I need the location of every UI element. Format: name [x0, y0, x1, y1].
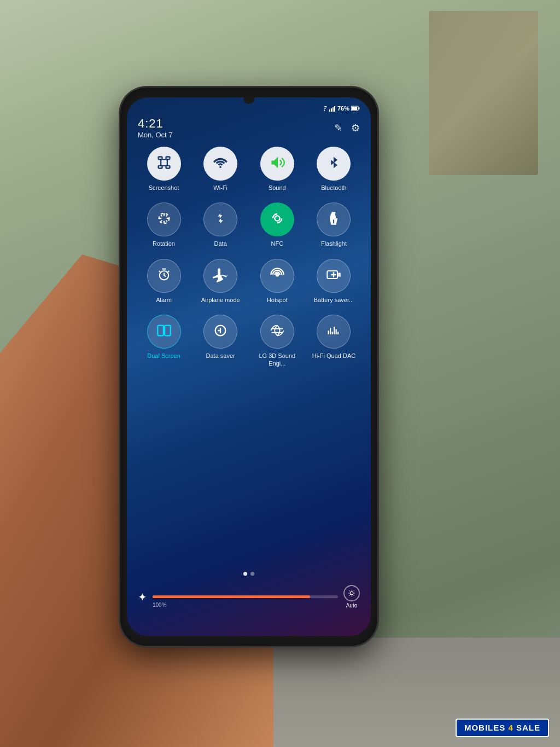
- battery-saver-icon: [326, 267, 341, 285]
- qs-rotation[interactable]: Rotation: [138, 202, 190, 247]
- screenshot-icon-wrap: [147, 147, 181, 181]
- wifi-icon: [213, 155, 228, 172]
- qs-nfc[interactable]: NFC: [251, 202, 303, 247]
- airplane-icon: [213, 267, 228, 285]
- page-dot-2: [250, 572, 254, 576]
- svg-rect-2: [331, 108, 332, 112]
- alarm-icon: [156, 267, 172, 285]
- sound-icon: [270, 155, 285, 172]
- lg3d-icon: [270, 323, 285, 340]
- hotspot-icon-wrap: [260, 259, 294, 293]
- qs-flashlight[interactable]: Flashlight: [308, 202, 360, 247]
- flashlight-icon-wrap: [317, 202, 351, 236]
- bluetooth-icon: [326, 155, 341, 172]
- phone-screen: 76% 4:21 Mon, Oct 7 ✎ ⚙: [127, 97, 371, 636]
- lg3d-label: LG 3D Sound Engi...: [251, 352, 303, 368]
- svg-rect-4: [334, 106, 335, 112]
- svg-rect-1: [329, 109, 330, 112]
- alarm-label: Alarm: [156, 296, 172, 304]
- background-boxes: [429, 11, 538, 175]
- hifi-icon-wrap: [317, 315, 351, 349]
- hotspot-label: Hotspot: [267, 296, 288, 304]
- flashlight-icon: [326, 211, 341, 228]
- svg-point-20: [275, 216, 279, 221]
- svg-rect-12: [161, 159, 167, 166]
- rotation-icon-wrap: [147, 202, 181, 236]
- qs-row-3: Alarm Airplane mode: [138, 259, 360, 304]
- edit-icon[interactable]: ✎: [334, 122, 342, 134]
- qs-hotspot[interactable]: Hotspot: [251, 259, 303, 304]
- nfc-icon-wrap: [260, 202, 294, 236]
- quick-settings-panel: Screenshot Wi-Fi: [138, 147, 360, 378]
- rotation-label: Rotation: [153, 240, 175, 247]
- watermark: MOBILES 4 SALE: [456, 719, 549, 737]
- svg-rect-25: [165, 326, 171, 336]
- svg-point-13: [219, 166, 221, 168]
- watermark-four: 4: [508, 723, 513, 732]
- signal-bars-icon: [329, 105, 336, 112]
- wifi-icon-wrap: [203, 147, 237, 181]
- qs-hifi[interactable]: Hi-Fi Quad DAC: [308, 315, 360, 368]
- battery-percent: 76%: [337, 105, 349, 112]
- data-saver-icon-wrap: [203, 315, 237, 349]
- dual-screen-icon-wrap: [147, 315, 181, 349]
- svg-point-0: [324, 110, 325, 111]
- watermark-text: MOBILES 4 SALE: [464, 723, 540, 732]
- svg-rect-7: [352, 107, 357, 110]
- qs-data-saver[interactable]: Data saver: [195, 315, 247, 368]
- qs-airplane[interactable]: Airplane mode: [195, 259, 247, 304]
- auto-brightness-button[interactable]: [343, 585, 360, 601]
- data-saver-label: Data saver: [206, 352, 235, 360]
- data-saver-icon: [213, 323, 228, 340]
- hifi-icon: [326, 323, 341, 340]
- svg-rect-6: [359, 107, 360, 109]
- battery-saver-icon-wrap: [317, 259, 351, 293]
- qs-wifi[interactable]: Wi-Fi: [195, 147, 247, 192]
- svg-rect-3: [332, 107, 334, 112]
- brightness-track[interactable]: 100%: [153, 595, 338, 598]
- qs-alarm[interactable]: Alarm: [138, 259, 190, 304]
- settings-icon[interactable]: ⚙: [351, 122, 360, 134]
- data-icon-wrap: [203, 202, 237, 236]
- qs-data[interactable]: Data: [195, 202, 247, 247]
- airplane-icon-wrap: [203, 259, 237, 293]
- brightness-icon: ✦: [138, 590, 147, 604]
- flashlight-label: Flashlight: [321, 240, 347, 247]
- qs-lg3d[interactable]: LG 3D Sound Engi...: [251, 315, 303, 368]
- qs-sound[interactable]: Sound: [251, 147, 303, 192]
- qs-battery-saver[interactable]: Battery saver...: [308, 259, 360, 304]
- hifi-label: Hi-Fi Quad DAC: [312, 352, 355, 360]
- screenshot-label: Screenshot: [149, 184, 179, 192]
- svg-marker-14: [271, 157, 278, 169]
- brightness-percent: 100%: [153, 602, 167, 608]
- dual-screen-label: Dual Screen: [147, 352, 180, 360]
- brightness-control[interactable]: ✦ 100% Auto: [138, 585, 360, 609]
- status-bar: 76%: [138, 105, 360, 112]
- hotspot-icon: [270, 267, 285, 285]
- data-transfer-icon: [213, 211, 228, 228]
- qs-screenshot[interactable]: Screenshot: [138, 147, 190, 192]
- svg-point-22: [276, 273, 278, 276]
- wifi-label: Wi-Fi: [213, 184, 228, 192]
- qs-bluetooth[interactable]: Bluetooth: [308, 147, 360, 192]
- clock-date: Mon, Oct 7: [138, 131, 173, 139]
- phone-body: 76% 4:21 Mon, Oct 7 ✎ ⚙: [120, 88, 377, 646]
- nfc-label: NFC: [271, 240, 284, 247]
- svg-point-33: [350, 592, 353, 595]
- battery-saver-label: Battery saver...: [314, 296, 354, 304]
- data-label: Data: [214, 240, 227, 247]
- time-date: 4:21 Mon, Oct 7: [138, 117, 173, 139]
- signal-icons: 76%: [320, 105, 360, 112]
- page-dots: [243, 572, 254, 576]
- dual-screen-icon: [156, 323, 172, 340]
- qs-row-2: Rotation Data: [138, 202, 360, 247]
- sound-icon-wrap: [260, 147, 294, 181]
- qs-dual-screen[interactable]: Dual Screen: [138, 315, 190, 368]
- auto-label: Auto: [346, 603, 358, 609]
- clock-time: 4:21: [138, 117, 173, 131]
- sound-label: Sound: [269, 184, 286, 192]
- nfc-icon: [270, 211, 285, 228]
- header-icons: ✎ ⚙: [334, 122, 360, 134]
- header-area: 4:21 Mon, Oct 7 ✎ ⚙: [138, 117, 360, 139]
- rotation-icon: [156, 211, 172, 228]
